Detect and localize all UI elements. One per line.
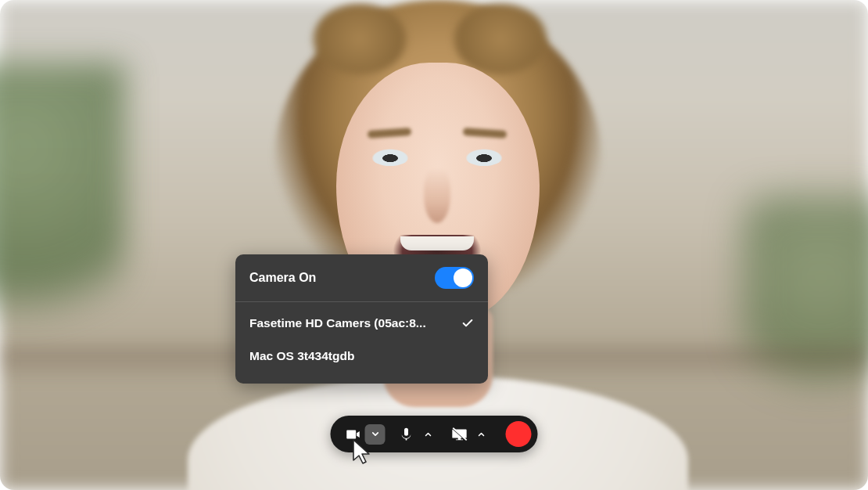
background-plant [0, 63, 125, 344]
camera-device-option[interactable]: Mac OS 3t434tgdb [235, 340, 488, 373]
mic-options-caret[interactable] [418, 424, 439, 445]
screen-share-off-icon [451, 426, 468, 443]
record-button[interactable] [506, 421, 532, 447]
camera-device-label: Fasetime HD Camers (05ac:8... [249, 316, 426, 330]
screen-control-group [448, 423, 498, 446]
chevron-down-icon [370, 429, 380, 439]
chevron-up-icon [477, 430, 486, 439]
camera-toggle[interactable] [435, 267, 474, 289]
camera-device-option[interactable]: Fasetime HD Camers (05ac:8... [235, 307, 488, 340]
camera-icon [345, 426, 362, 443]
mic-icon [399, 427, 414, 442]
camera-button[interactable] [342, 423, 365, 446]
mic-control-group [395, 423, 445, 446]
screen-share-button[interactable] [448, 423, 472, 446]
mic-button[interactable] [395, 423, 418, 446]
recording-toolbar [331, 416, 538, 452]
video-preview-window: Camera On Fasetime HD Camers (05ac:8... … [0, 0, 868, 490]
camera-control-group [342, 423, 392, 446]
chevron-up-icon [424, 430, 433, 439]
camera-device-label: Mac OS 3t434tgdb [249, 349, 354, 363]
camera-options-caret[interactable] [365, 424, 386, 445]
camera-device-list: Fasetime HD Camers (05ac:8... Mac OS 3t4… [235, 302, 488, 384]
camera-toggle-row: Camera On [235, 254, 488, 301]
camera-toggle-label: Camera On [249, 271, 316, 285]
screen-options-caret[interactable] [472, 424, 492, 445]
toggle-knob [454, 268, 472, 287]
check-icon [461, 317, 474, 330]
camera-settings-popover: Camera On Fasetime HD Camers (05ac:8... … [235, 254, 488, 384]
